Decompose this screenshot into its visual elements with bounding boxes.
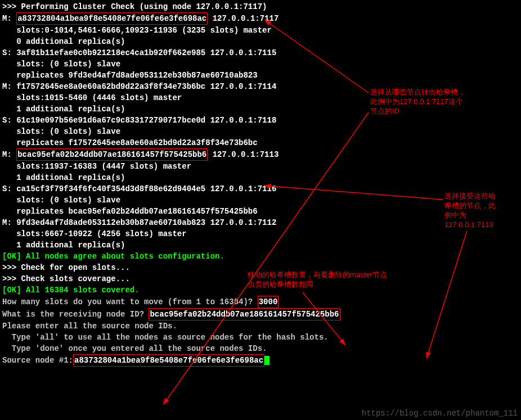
cluster-check-header: >>> Performing Cluster Check (using node… xyxy=(2,1,519,12)
node-line: S: ca15cf3f79f34f6fc40f354d3d8f88e62d940… xyxy=(2,183,519,195)
terminal-output: >>> Performing Cluster Check (using node… xyxy=(0,0,521,368)
replicas-line: replicates f17572645ee8a0e60a62bd9d22a3f… xyxy=(2,137,519,148)
slots-line: slots:11937-16383 (4447 slots) master xyxy=(2,161,519,172)
node-line: M: bcac95efa02b24ddb07ae186161457f575425… xyxy=(2,148,519,161)
slots-line: slots: (0 slots) slave xyxy=(2,126,519,137)
terminal-cursor-icon xyxy=(264,356,270,365)
replicas-line: 1 additional replica(s) xyxy=(2,172,519,183)
replicas-line: replicates 9fd3ed4af7d8ade053112eb30b87a… xyxy=(2,70,519,81)
node-id-boxed: bcac95efa02b24ddb07ae186161457f575425bb6 xyxy=(16,148,208,161)
slots-line: slots:0-1014,5461-6666,10923-11936 (3235… xyxy=(2,25,519,36)
annotation-source-node: 选择从哪些节点转出哈希槽，此例中为127.0.0.1:7117这个节点的ID xyxy=(370,87,516,116)
slots-line: slots: (0 slots) slave xyxy=(2,58,519,70)
prompt-how-many-slots[interactable]: How many slots do you want to move (from… xyxy=(2,296,519,308)
ok-slots-config: [OK] All nodes agree about slots configu… xyxy=(2,251,519,262)
node-id-boxed: a83732804a1bea9f8e5408e7fe06fe6e3fe698ac xyxy=(16,12,208,25)
slots-line: slots: (0 slots) slave xyxy=(2,195,519,206)
replicas-line: replicates bcac95efa02b24ddb07ae18616145… xyxy=(2,206,519,217)
prompt-source-all: Type 'all' to use all the nodes as sourc… xyxy=(2,332,519,343)
replicas-line: 1 additional replica(s) xyxy=(2,240,519,251)
prompt-receiving-node[interactable]: What is the receiving node ID? bcac95efa… xyxy=(2,308,519,320)
prompt-source-node-1[interactable]: Source node #1:a83732804a1bea9f8e5408e7f… xyxy=(2,354,519,367)
watermark-text: https://blog.csdn.net/phantom_111 xyxy=(362,408,518,419)
slots-line: slots:6667-10922 (4256 slots) master xyxy=(2,228,519,240)
answer-slot-count: 3000 xyxy=(258,296,279,308)
answer-source-node-id: a83732804a1bea9f8e5408e7fe06fe6e3fe698ac xyxy=(73,354,264,367)
prompt-source-intro: Please enter all the source node IDs. xyxy=(2,320,519,332)
answer-receiving-node-id: bcac95efa02b24ddb07ae186161457f575425bb6 xyxy=(149,308,340,320)
annotation-slot-count: 移动的哈希槽数量，与要删除的master节点负责的哈希槽数相同 xyxy=(248,270,450,289)
node-line: M: a83732804a1bea9f8e5408e7fe06fe6e3fe69… xyxy=(2,12,519,25)
prompt-source-done: Type 'done' once you entered all the sou… xyxy=(2,343,519,354)
node-line: S: 61c19e097b56e91d6a67c9c833172790717bc… xyxy=(2,115,519,126)
annotation-receiving-node: 选择接受这些哈希槽的节点，此例中为127.0.0.1:7113 xyxy=(444,191,521,229)
node-line: S: 3af81b11efae0c0b921218ec4ca1b920f662e… xyxy=(2,47,519,58)
replicas-line: 0 additional replica(s) xyxy=(2,36,519,47)
node-line: M: 9fd3ed4af7d8ade053112eb30b87ae60710ab… xyxy=(2,217,519,228)
